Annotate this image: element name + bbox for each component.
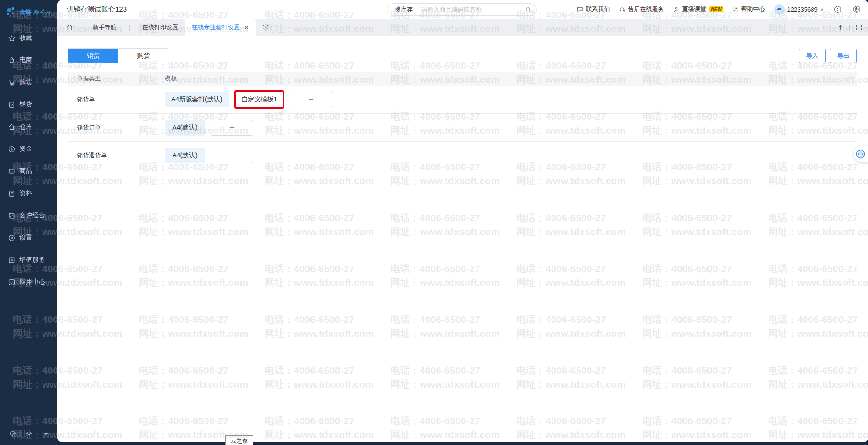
user-id: 122335689	[787, 6, 818, 13]
sidebar-item-label: 设置	[19, 234, 32, 242]
segment-purchase[interactable]: 购货	[118, 49, 169, 63]
app-center-icon	[8, 278, 16, 286]
sidebar: 金蝶 精斗云 收藏电商购货销货仓库资金商品资料客户经营设置增值服务应用中心	[0, 0, 57, 445]
doc-type-cell: 销货订单	[68, 114, 155, 141]
search-box[interactable]: 搜库存	[388, 3, 537, 16]
doc-type-cell: 销货单	[68, 86, 155, 113]
sidebar-item-label: 增值服务	[19, 256, 45, 264]
column-header-template: 模板	[155, 72, 857, 86]
sidebar-item-home[interactable]: 仓库	[0, 116, 57, 138]
table-row: 销货订单A4(默认)	[68, 113, 857, 141]
content-toolbar: 销货购货 导入 导出	[57, 36, 868, 63]
sidebar-item-label: 电商	[19, 56, 32, 64]
top-link-person[interactable]: 直播课堂NEW	[673, 5, 723, 13]
person-icon	[673, 6, 680, 13]
tab-label: 在线专业套打设置	[192, 23, 240, 31]
sidebar-item-person-chart[interactable]: 客户经营	[0, 204, 57, 227]
sidebar-item-app-center[interactable]: 应用中心	[0, 271, 57, 293]
sidebar-item-star[interactable]: 收藏	[0, 27, 57, 49]
tab-2[interactable]: 在线打印设置	[136, 19, 185, 36]
content-area: 销货购货 导入 导出 单据类型 模板 销货单A4新版套打(默认)自定义模板1销货…	[57, 36, 868, 442]
target-icon	[8, 234, 16, 242]
chevron-down-icon: ∨	[820, 7, 824, 12]
close-icon[interactable]: ✕	[244, 24, 249, 31]
cart-icon	[8, 79, 16, 87]
table-row: 销货退货单A4(默认)	[68, 141, 857, 169]
template-chip[interactable]: A4(默认)	[165, 120, 205, 136]
column-header-doc-type: 单据类型	[68, 74, 155, 83]
sidebar-item-label: 资金	[19, 145, 32, 153]
file-icon	[8, 190, 16, 198]
theme-sun-icon[interactable]	[21, 430, 37, 438]
headset-icon	[619, 6, 626, 13]
tab-1[interactable]: 新手导航	[86, 19, 123, 36]
tab-divider	[129, 25, 130, 31]
fullscreen-icon[interactable]	[856, 24, 862, 31]
sidebar-item-label: 应用中心	[19, 278, 45, 286]
sidebar-item-target[interactable]: 设置	[0, 227, 57, 249]
import-button[interactable]: 导入	[799, 49, 826, 63]
collapse-left-icon[interactable]	[37, 430, 53, 438]
top-link-chat[interactable]: 联系我们	[577, 5, 610, 13]
template-chip-highlighted[interactable]: 自定义模板1	[234, 90, 284, 109]
sidebar-item-cart[interactable]: 购货	[0, 71, 57, 93]
sidebar-item-bag[interactable]: 电商	[0, 49, 57, 71]
search-icon[interactable]	[525, 6, 532, 13]
app-logo[interactable]: 金蝶 精斗云	[0, 0, 57, 19]
power-circle-icon[interactable]	[851, 4, 862, 14]
tabstrip-right-divider	[849, 25, 850, 31]
logo-text-jdy: 精斗云	[33, 8, 51, 16]
template-chip[interactable]: A4新版套打(默认)	[165, 92, 229, 107]
tab-3[interactable]: 在线专业套打设置✕	[185, 19, 256, 36]
top-link-label: 帮助中心	[741, 5, 765, 13]
tab-list-chevron-down-icon[interactable]	[262, 24, 269, 31]
sidebar-item-label: 商品	[19, 167, 32, 175]
add-template-button[interactable]	[211, 148, 253, 163]
add-template-button[interactable]	[290, 92, 332, 107]
search-input[interactable]	[422, 6, 525, 13]
home-icon[interactable]	[66, 24, 74, 31]
user-account[interactable]: 122335689∨	[774, 4, 824, 15]
tabstrip-right-tools	[837, 19, 862, 36]
top-link-headset[interactable]: 售后在线服务	[619, 5, 664, 13]
doc-check-icon	[8, 101, 16, 109]
sidebar-item-box[interactable]: 商品	[0, 160, 57, 182]
avatar	[774, 4, 785, 15]
topbar: 进销存测试账套123 搜库存 联系我们售后在线服务直播课堂NEW帮助中心1223…	[57, 0, 868, 19]
template-chip[interactable]: A4(默认)	[165, 148, 205, 163]
account-title: 进销存测试账套123	[67, 5, 127, 14]
templates-cell: A4(默认)	[155, 142, 857, 169]
home-icon	[8, 123, 16, 131]
sidebar-item-yen-circle[interactable]: 资金	[0, 138, 57, 160]
sidebar-item-doc-check[interactable]: 销货	[0, 93, 57, 116]
settings-icon[interactable]	[5, 430, 20, 438]
sidebar-footer	[0, 426, 57, 441]
collapse-up-icon[interactable]	[837, 24, 844, 31]
segment-sales[interactable]: 销货	[68, 49, 118, 63]
tab-strip: 新手导航在线打印设置在线专业套打设置✕	[57, 19, 868, 36]
bag-icon	[8, 56, 16, 64]
search-scope-label[interactable]: 搜库存	[395, 6, 413, 14]
templates-cell: A4(默认)	[155, 114, 857, 141]
plus-icon	[308, 96, 315, 103]
sidebar-item-label: 购货	[19, 78, 32, 87]
top-link-label: 售后在线服务	[628, 5, 664, 13]
sidebar-item-file[interactable]: 资料	[0, 182, 57, 204]
sidebar-item-label: 销货	[19, 100, 32, 109]
add-template-button[interactable]	[211, 120, 253, 136]
export-button[interactable]: 导出	[830, 49, 857, 63]
star-icon	[8, 34, 16, 42]
sidebar-item-gift[interactable]: 增值服务	[0, 249, 57, 271]
template-table: 单据类型 模板 销货单A4新版套打(默认)自定义模板1销货订单A4(默认)销货退…	[68, 72, 857, 169]
assistant-float-button[interactable]	[854, 146, 868, 162]
segmented-control: 销货购货	[68, 48, 169, 63]
gift-icon	[8, 256, 16, 264]
main-panel: 进销存测试账套123 搜库存 联系我们售后在线服务直播课堂NEW帮助中心1223…	[57, 0, 868, 442]
yunzhijia-tooltip: 云之家	[225, 435, 253, 445]
templates-cell: A4新版套打(默认)自定义模板1	[155, 86, 857, 113]
logo-text-kingdee: 金蝶	[19, 8, 31, 16]
topbar-right: 联系我们售后在线服务直播课堂NEW帮助中心122335689∨	[577, 0, 862, 19]
top-link-compass[interactable]: 帮助中心	[732, 5, 765, 13]
sidebar-item-label: 客户经营	[19, 211, 45, 220]
back-circle-icon[interactable]	[832, 4, 843, 14]
